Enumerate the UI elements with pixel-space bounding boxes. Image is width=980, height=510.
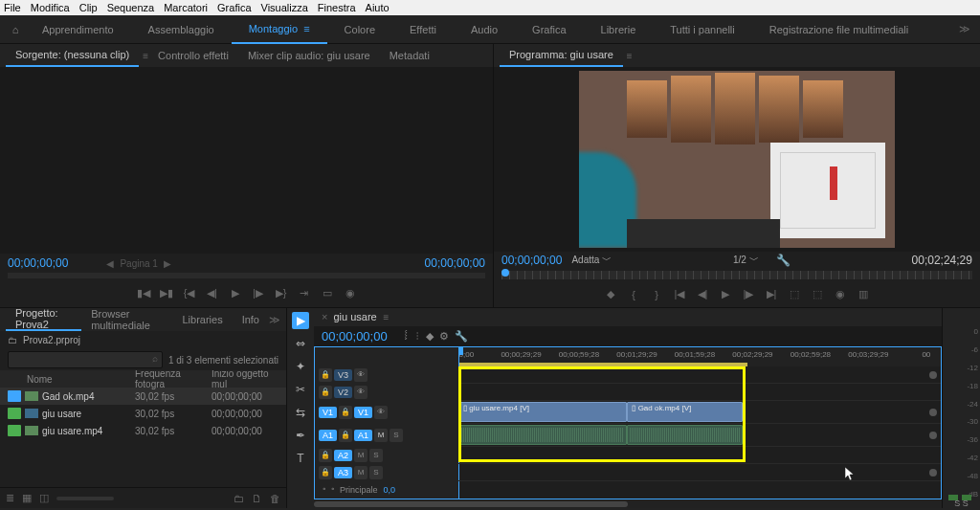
resolution-dropdown[interactable]: 1/2 ﹀ <box>733 254 759 267</box>
label-chip[interactable] <box>8 425 21 436</box>
menu-sequence[interactable]: Sequenza <box>107 2 155 13</box>
menu-help[interactable]: Aiuto <box>366 2 390 13</box>
program-left-timecode[interactable]: 00;00;00;00 <box>501 254 562 267</box>
workspace-tab[interactable]: Registrazione file multimediali <box>752 15 926 44</box>
lock-icon[interactable]: 🔒 <box>319 386 332 399</box>
tab-libraries[interactable]: Libraries <box>172 308 232 331</box>
mark-out-icon[interactable]: } <box>649 289 664 300</box>
mark-out-icon[interactable]: ▶▮ <box>159 287 174 299</box>
panel-menu-icon[interactable]: ≡ <box>627 51 633 61</box>
lock-icon[interactable]: 🔒 <box>339 406 352 419</box>
page-indicator[interactable]: ◀ Pagina 1 ▶ <box>106 258 170 269</box>
mark-in-icon[interactable]: { <box>626 289 641 300</box>
workspace-tab[interactable]: Grafica <box>515 15 583 44</box>
time-ruler[interactable]: ;00;00 00;00;29;29 00;00;59;28 00;01;29;… <box>458 347 941 366</box>
export-frame-icon[interactable]: ◉ <box>343 287 358 299</box>
tab-project[interactable]: Progetto: Prova2 <box>6 308 81 331</box>
tab-metadata[interactable]: Metadati <box>380 44 439 67</box>
tab-effect-controls[interactable]: Controllo effetti <box>148 44 238 67</box>
timeline-hscroll[interactable] <box>314 499 942 508</box>
table-row[interactable]: giu usare.mp4 30,02 fps 00;00;00;00 <box>0 422 286 439</box>
insert-icon[interactable]: ⇥ <box>297 287 312 299</box>
mute-icon[interactable]: M <box>354 449 368 462</box>
solo-icon[interactable]: S <box>390 429 403 442</box>
type-tool-icon[interactable]: T <box>292 450 309 467</box>
lock-icon[interactable]: 🔒 <box>319 368 332 382</box>
play-icon[interactable]: ▶ <box>718 288 733 300</box>
tab-info[interactable]: Info <box>233 308 269 331</box>
overwrite-icon[interactable]: ▭ <box>320 287 335 299</box>
timeline-timecode[interactable]: 00;00;00;00 <box>322 329 388 344</box>
mute-icon[interactable]: M <box>354 466 368 479</box>
workspace-tab[interactable]: Tutti i pannelli <box>653 15 751 44</box>
wrench-icon[interactable]: 🔧 <box>455 330 468 343</box>
table-row[interactable]: Gad ok.mp4 30,02 fps 00;00;00;00 <box>0 388 286 405</box>
step-back-icon[interactable]: ◀| <box>695 288 710 300</box>
new-bin-icon[interactable]: 🗀 <box>234 493 244 504</box>
solo-button[interactable]: S <box>954 499 960 508</box>
menu-edit[interactable]: Modifica <box>31 2 70 13</box>
panel-overflow-icon[interactable]: ≫ <box>269 314 286 326</box>
solo-icon[interactable]: S <box>369 466 383 479</box>
selection-tool-icon[interactable]: ▶ <box>292 312 309 329</box>
goto-in-icon[interactable]: |◀ <box>672 288 687 300</box>
goto-out-icon[interactable]: ▶} <box>274 287 289 299</box>
tab-source[interactable]: Sorgente: (nessuna clip) <box>6 44 139 67</box>
menu-view[interactable]: Visualizza <box>261 2 308 13</box>
export-frame-icon[interactable]: ◉ <box>833 288 848 300</box>
home-icon[interactable]: ⌂ <box>6 20 25 39</box>
settings-icon[interactable]: 🔧 <box>776 254 791 267</box>
menu-graphics[interactable]: Grafica <box>217 2 251 13</box>
source-left-timecode[interactable]: 00;00;00;00 <box>8 256 68 270</box>
track-header-v3[interactable]: 🔒V3👁 <box>315 366 458 384</box>
playhead-icon[interactable] <box>501 269 509 277</box>
track-header-a3[interactable]: 🔒A3MS <box>315 464 458 481</box>
eye-icon[interactable]: 👁 <box>354 368 368 382</box>
label-chip[interactable] <box>8 390 21 402</box>
track-select-tool-icon[interactable]: ⇔ <box>292 335 309 352</box>
eye-icon[interactable]: 👁 <box>354 386 368 399</box>
master-value[interactable]: 0,0 <box>384 485 396 495</box>
menu-markers[interactable]: Marcatori <box>164 2 208 13</box>
workspace-tab[interactable]: Assemblaggio <box>131 15 232 44</box>
track-header-a1[interactable]: A1🔒A1MS <box>315 424 458 447</box>
zoom-fit-dropdown[interactable]: Adatta ﹀ <box>571 254 612 267</box>
track-header-v2[interactable]: 🔒V2👁 <box>315 384 458 401</box>
mark-in-icon[interactable]: ▮◀ <box>136 287 151 299</box>
lift-icon[interactable]: ⬚ <box>787 288 802 300</box>
workspace-tab[interactable]: Apprendimento <box>25 15 131 44</box>
icon-view-icon[interactable]: ▦ <box>22 492 32 504</box>
menu-clip[interactable]: Clip <box>79 2 98 13</box>
timeline-track-area[interactable]: ;00;00 00;00;29;29 00;00;59;28 00;01;29;… <box>458 347 941 499</box>
track-a3[interactable] <box>458 464 941 481</box>
workspace-tab[interactable]: Colore <box>327 15 392 44</box>
col-start[interactable]: Inizio oggetto mul <box>212 370 278 389</box>
search-input[interactable]: ​ <box>8 351 163 368</box>
new-item-icon[interactable]: 🗋 <box>252 493 262 504</box>
mute-icon[interactable]: M <box>374 429 388 442</box>
project-bin-table[interactable]: Nome Frequenza fotogra Inizio oggetto mu… <box>0 370 286 487</box>
sequence-tab[interactable]: giu usare <box>333 311 376 322</box>
tab-program[interactable]: Programma: giu usare <box>500 44 623 67</box>
label-chip[interactable] <box>8 408 21 419</box>
program-monitor[interactable] <box>494 67 980 252</box>
panel-menu-icon[interactable]: ≡ <box>381 312 390 322</box>
play-icon[interactable]: ▶ <box>228 287 243 299</box>
source-monitor[interactable] <box>0 67 493 254</box>
program-scrubber[interactable] <box>501 271 972 279</box>
extract-icon[interactable]: ⬚ <box>810 288 825 300</box>
slip-tool-icon[interactable]: ⇆ <box>292 404 309 421</box>
thumbnail-size-slider[interactable] <box>56 497 114 500</box>
list-view-icon[interactable]: ≣ <box>6 492 14 504</box>
marker-icon[interactable]: ◆ <box>426 330 434 343</box>
track-header-a2[interactable]: 🔒A2MS <box>315 447 458 464</box>
workspace-tab[interactable]: Librerie <box>584 15 654 44</box>
eye-icon[interactable]: 👁 <box>374 406 388 419</box>
trash-icon[interactable]: 🗑 <box>270 493 280 504</box>
freeform-view-icon[interactable]: ◫ <box>39 492 49 504</box>
pen-tool-icon[interactable]: ✒ <box>292 427 309 444</box>
workspace-tab[interactable]: Audio <box>454 15 515 44</box>
menu-file[interactable]: File <box>4 2 21 13</box>
solo-button[interactable]: S <box>963 499 969 508</box>
step-fwd-icon[interactable]: |▶ <box>741 288 756 300</box>
